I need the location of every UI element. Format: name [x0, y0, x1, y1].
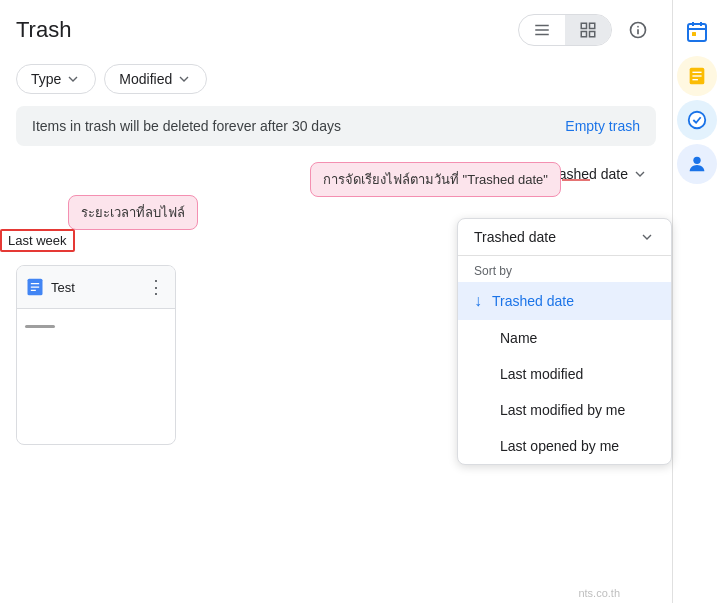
- sort-option-label: Last modified by me: [500, 402, 625, 418]
- sort-option-last-modified-by-me[interactable]: Last modified by me: [458, 392, 671, 428]
- file-card[interactable]: Test ⋮: [16, 265, 176, 445]
- list-view-btn[interactable]: [519, 15, 565, 45]
- thai-annotation-callout: การจัดเรียงไฟล์ตามวันที่ "Trashed date": [310, 162, 561, 197]
- empty-trash-button[interactable]: Empty trash: [565, 118, 640, 134]
- svg-rect-0: [688, 24, 706, 41]
- svg-point-9: [688, 112, 705, 129]
- section-label: Last week: [0, 229, 75, 252]
- tasks-icon[interactable]: [677, 100, 717, 140]
- thai-left-callout: ระยะเวลาที่ลบไฟล์: [68, 195, 198, 230]
- sort-option-trashed-date[interactable]: ↓ Trashed date: [458, 282, 671, 320]
- trash-notice-text: Items in trash will be deleted forever a…: [32, 118, 341, 134]
- sort-option-last-opened-by-me[interactable]: Last opened by me: [458, 428, 671, 464]
- type-filter-btn[interactable]: Type: [16, 64, 96, 94]
- view-toggle: [518, 14, 612, 46]
- file-card-header: Test ⋮: [17, 266, 175, 309]
- main-content: Trash: [0, 0, 672, 603]
- sort-dropdown-title: Trashed date: [474, 229, 556, 245]
- filter-row: Type Modified: [16, 64, 656, 94]
- svg-rect-14: [581, 23, 586, 28]
- file-card-title-row: Test: [25, 277, 75, 297]
- sort-by-label: Sort by: [458, 256, 671, 282]
- doc-icon: [25, 277, 45, 297]
- svg-rect-4: [692, 32, 696, 36]
- contacts-icon[interactable]: [677, 144, 717, 184]
- check-icon: ↓: [474, 292, 482, 310]
- info-button[interactable]: [620, 12, 656, 48]
- header-actions: [518, 12, 656, 48]
- header: Trash: [16, 12, 656, 48]
- grid-view-btn[interactable]: [565, 15, 611, 45]
- sort-option-label: Last modified: [500, 366, 583, 382]
- type-filter-label: Type: [31, 71, 61, 87]
- page-title: Trash: [16, 17, 71, 43]
- watermark: nts.co.th: [578, 587, 620, 599]
- sort-dropdown: Trashed date Sort by ↓ Trashed date Name…: [457, 218, 672, 465]
- calendar-icon[interactable]: [677, 12, 717, 52]
- svg-rect-16: [581, 32, 586, 37]
- sort-option-label: Last opened by me: [500, 438, 619, 454]
- sort-option-last-modified[interactable]: Last modified: [458, 356, 671, 392]
- svg-rect-15: [590, 23, 595, 28]
- file-name: Test: [51, 280, 75, 295]
- thai-left-text: ระยะเวลาที่ลบไฟล์: [81, 205, 185, 220]
- svg-point-20: [637, 26, 639, 28]
- svg-rect-17: [590, 32, 595, 37]
- file-preview-line: [25, 325, 55, 328]
- file-preview: [17, 309, 175, 439]
- right-sidebar: [672, 0, 720, 603]
- thai-annotation-text: การจัดเรียงไฟล์ตามวันที่ "Trashed date": [323, 172, 548, 187]
- modified-filter-btn[interactable]: Modified: [104, 64, 207, 94]
- sort-option-name[interactable]: Name: [458, 320, 671, 356]
- sort-option-label: Name: [500, 330, 537, 346]
- svg-point-10: [693, 157, 700, 164]
- sort-dropdown-header: Trashed date: [458, 219, 671, 256]
- modified-filter-label: Modified: [119, 71, 172, 87]
- trash-notice: Items in trash will be deleted forever a…: [16, 106, 656, 146]
- notes-icon[interactable]: [677, 56, 717, 96]
- more-options-button[interactable]: ⋮: [145, 274, 167, 300]
- sort-option-label: Trashed date: [492, 293, 574, 309]
